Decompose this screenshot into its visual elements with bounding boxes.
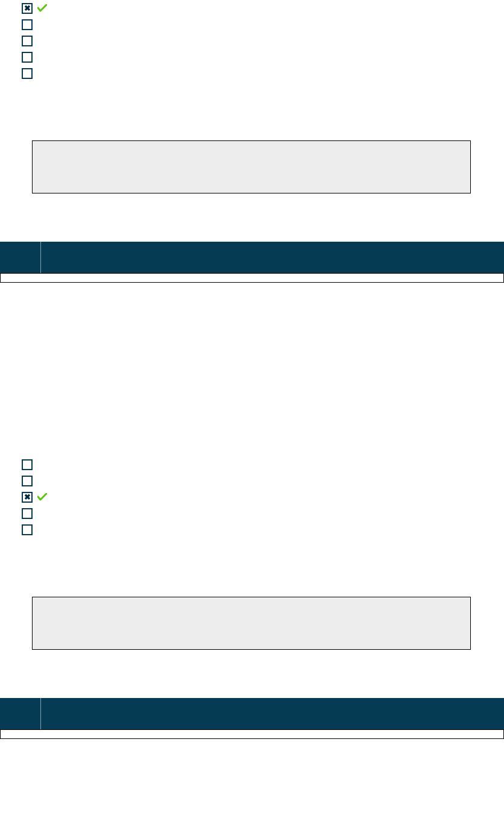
q1-rationale-box[interactable] xyxy=(32,140,471,193)
q2-option-b xyxy=(22,473,504,489)
checkbox[interactable] xyxy=(22,476,33,486)
q1-option-b xyxy=(22,16,504,33)
q1-option-c xyxy=(22,33,504,49)
q2-option-c: ✖ xyxy=(22,489,504,505)
section-header-3 xyxy=(0,698,504,739)
q1-option-a: ✖ xyxy=(22,0,504,16)
q2-option-a xyxy=(22,456,504,473)
q1-option-e xyxy=(22,65,504,81)
checkbox[interactable] xyxy=(22,524,33,535)
checkbox[interactable]: ✖ xyxy=(22,3,33,14)
question-number-cell xyxy=(0,242,41,273)
q2-rationale-box[interactable] xyxy=(32,597,471,650)
correct-icon xyxy=(37,493,47,501)
checkbox[interactable]: ✖ xyxy=(22,492,33,503)
checkbox[interactable] xyxy=(22,459,33,470)
checkbox[interactable] xyxy=(22,68,33,79)
checkbox[interactable] xyxy=(22,19,33,30)
q1-option-d xyxy=(22,49,504,65)
checkbox[interactable] xyxy=(22,52,33,63)
section-header-2 xyxy=(0,242,504,283)
q2-option-list: ✖ xyxy=(22,456,504,538)
section-sub-bar xyxy=(0,273,504,283)
section-sub-bar xyxy=(0,729,504,739)
correct-icon xyxy=(37,4,47,12)
q2-option-d xyxy=(22,505,504,521)
question-number-cell xyxy=(0,698,41,729)
checkbox[interactable] xyxy=(22,508,33,519)
q1-option-list: ✖ xyxy=(22,0,504,81)
checkbox[interactable] xyxy=(22,36,33,46)
q2-option-e xyxy=(22,521,504,538)
